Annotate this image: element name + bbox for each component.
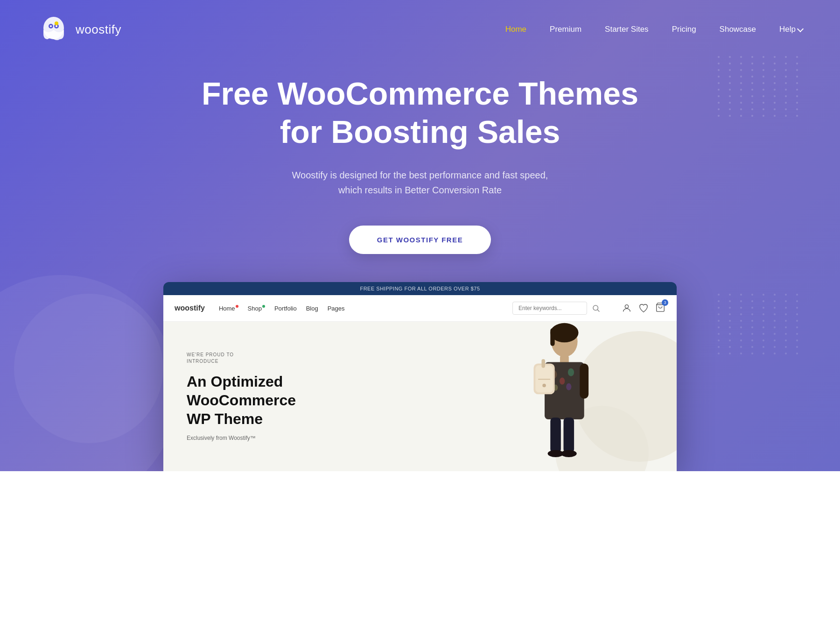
- svg-rect-26: [550, 417, 561, 452]
- nav-item-starter-sites[interactable]: Starter Sites: [605, 25, 649, 34]
- nav-item-premium[interactable]: Premium: [550, 25, 581, 34]
- header: woostify Home Premium Starter Sites Pric…: [0, 0, 840, 59]
- hero-subtitle: Woostify is designed for the best perfor…: [202, 168, 638, 198]
- fashion-silhouette: [509, 322, 611, 471]
- cart-icon-wrap[interactable]: 3: [655, 302, 665, 314]
- browser-announcement: FREE SHIPPING FOR ALL ORDERS OVER $75: [163, 282, 677, 295]
- bg-circle-left-inner: [14, 294, 163, 443]
- svg-point-4: [56, 25, 57, 27]
- svg-rect-27: [564, 417, 574, 452]
- cta-button[interactable]: GET WOOSTIFY FREE: [349, 226, 491, 254]
- dot-pattern-bottom-right: (function(){ var dp = document.querySele…: [718, 294, 803, 354]
- user-icon[interactable]: [622, 303, 632, 313]
- browser-nav-portfolio[interactable]: Portfolio: [274, 305, 297, 312]
- svg-rect-23: [538, 379, 550, 380]
- browser-mockup: FREE SHIPPING FOR ALL ORDERS OVER $75 wo…: [163, 282, 677, 471]
- hero-content: Free WooCommerce Themes for Boosting Sal…: [108, 75, 732, 254]
- nav-item-showcase[interactable]: Showcase: [720, 25, 756, 34]
- browser-nav-bar: woostify Home Shop Portfolio Blog Pages: [163, 295, 677, 322]
- svg-point-29: [561, 450, 577, 457]
- svg-point-19: [566, 383, 571, 390]
- browser-content: WE'RE PROUD TOINTRODUCE An Optimized Woo…: [163, 322, 677, 471]
- browser-figure: [490, 322, 630, 471]
- nav-item-help[interactable]: Help: [779, 25, 803, 34]
- browser-nav-blog[interactable]: Blog: [306, 305, 318, 312]
- svg-point-17: [568, 368, 574, 376]
- browser-nav-pages[interactable]: Pages: [328, 305, 345, 312]
- search-icon[interactable]: [592, 304, 600, 312]
- shop-badge: [262, 305, 265, 308]
- svg-rect-21: [535, 365, 553, 392]
- browser-content-left: WE'RE PROUD TOINTRODUCE An Optimized Woo…: [163, 322, 394, 471]
- svg-rect-22: [541, 359, 545, 368]
- svg-point-8: [625, 305, 628, 308]
- browser-subline: Exclusively from Woostify™: [187, 435, 371, 441]
- cart-count: 3: [662, 299, 668, 306]
- chevron-down-icon: [797, 25, 804, 32]
- wishlist-icon[interactable]: [638, 303, 649, 313]
- svg-rect-12: [550, 328, 554, 346]
- browser-search: [512, 302, 600, 315]
- browser-logo: woostify: [175, 304, 205, 312]
- logo-text: woostify: [76, 22, 121, 37]
- browser-topbar: FREE SHIPPING FOR ALL ORDERS OVER $75: [163, 282, 677, 295]
- browser-icon-group: 3: [622, 302, 665, 314]
- svg-point-24: [542, 384, 546, 388]
- svg-point-5: [55, 21, 58, 25]
- svg-line-7: [597, 310, 599, 312]
- browser-search-input[interactable]: [512, 302, 587, 315]
- browser-nav-home[interactable]: Home: [219, 305, 238, 312]
- svg-rect-25: [580, 364, 588, 399]
- svg-point-3: [50, 25, 52, 27]
- main-nav: Home Premium Starter Sites Pricing Showc…: [505, 25, 803, 34]
- hero-section: (function(){ var dp = document.querySele…: [0, 0, 840, 471]
- browser-nav-shop[interactable]: Shop: [248, 305, 265, 312]
- browser-headline: An Optimized WooCommerce WP Theme: [187, 372, 371, 428]
- home-badge: [236, 305, 238, 308]
- logo-area[interactable]: woostify: [37, 13, 121, 46]
- svg-point-6: [593, 305, 598, 311]
- browser-introduce-label: WE'RE PROUD TOINTRODUCE: [187, 352, 371, 365]
- svg-point-16: [560, 378, 565, 385]
- nav-item-home[interactable]: Home: [505, 25, 526, 34]
- hero-title: Free WooCommerce Themes for Boosting Sal…: [202, 75, 638, 151]
- bg-circle-left: [0, 275, 177, 471]
- logo-icon: [37, 13, 70, 46]
- nav-item-pricing[interactable]: Pricing: [672, 25, 696, 34]
- browser-nav-items: Home Shop Portfolio Blog Pages: [219, 305, 345, 312]
